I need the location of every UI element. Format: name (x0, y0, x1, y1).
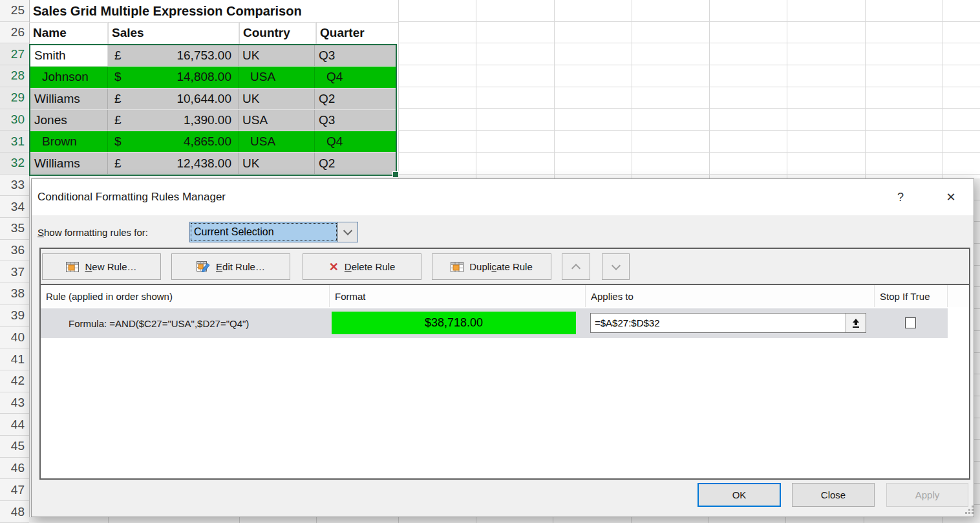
row-header-30[interactable]: 30 (0, 109, 29, 131)
sheet-row-30[interactable]: Jones£1,390.00USAQ3 (30, 110, 396, 131)
row-header-45[interactable]: 45 (0, 436, 29, 458)
row-header-27[interactable]: 27 (0, 43, 29, 65)
amount-value: 12,438.00 (176, 156, 231, 171)
row-header-48[interactable]: 48 (0, 501, 29, 523)
ok-button[interactable]: OK (698, 483, 781, 507)
cell-A28[interactable]: Johnson (30, 67, 108, 87)
row-header-36[interactable]: 36 (0, 240, 29, 262)
cell-C27[interactable]: UK (239, 45, 315, 66)
combobox-dropdown-button[interactable] (337, 222, 357, 242)
cell-B28[interactable]: $14,808.00 (108, 67, 239, 87)
cell-D28[interactable]: Q4 (315, 67, 396, 87)
cell-A31[interactable]: Brown (30, 131, 108, 152)
cell-B32[interactable]: £12,438.00 (108, 153, 239, 173)
cell-B31[interactable]: $4,865.00 (108, 131, 239, 152)
applies-to-field[interactable]: =$A$27:$D$32 (590, 313, 866, 333)
cell-A25-title[interactable]: Sales Grid Multiple Expression Compariso… (33, 1, 395, 21)
fill-handle[interactable] (392, 171, 399, 178)
red-x-icon: ✕ (329, 261, 339, 273)
table-pencil-icon (197, 261, 210, 272)
cell-B30[interactable]: £1,390.00 (108, 110, 239, 131)
cell-D31[interactable]: Q4 (315, 131, 396, 152)
cell-D27[interactable]: Q3 (315, 45, 396, 66)
cf-rules-manager-dialog: Conditional Formatting Rules Manager ? ✕… (31, 178, 974, 517)
row-header-29[interactable]: 29 (0, 87, 29, 109)
close-icon[interactable]: ✕ (937, 179, 965, 215)
row-header-25[interactable]: 25 (0, 0, 29, 22)
row-header-42[interactable]: 42 (0, 370, 29, 392)
row-header-41[interactable]: 41 (0, 348, 29, 370)
move-rule-down-button[interactable] (602, 253, 630, 280)
column-header-applies: Applies to (586, 285, 875, 307)
resize-grip[interactable] (965, 506, 974, 514)
chevron-down-icon (343, 226, 352, 235)
excel-screen: 2526272829303132333435363738394041424344… (0, 0, 980, 523)
cell-D32[interactable]: Q2 (315, 153, 396, 173)
row-header-26[interactable]: 26 (0, 22, 29, 44)
row-header-33[interactable]: 33 (0, 175, 29, 197)
show-rules-combobox[interactable]: Current Selection (189, 222, 358, 242)
edit-rule-button[interactable]: Edit Rule… (171, 253, 290, 280)
cell-C29[interactable]: UK (239, 89, 315, 109)
show-rules-label: Show formatting rules for: (37, 224, 148, 240)
combobox-value[interactable]: Current Selection (190, 222, 337, 242)
cell-B29[interactable]: £10,644.00 (108, 89, 239, 109)
show-rules-label-mnemonic: S (37, 227, 44, 238)
chevron-up-icon (571, 263, 581, 272)
row-header-32[interactable]: 32 (0, 153, 29, 175)
rule-format-preview: $38,718.00 (332, 312, 576, 334)
cell-D30[interactable]: Q3 (315, 110, 396, 131)
row-header-40[interactable]: 40 (0, 327, 29, 349)
cell-C30[interactable]: USA (239, 110, 315, 131)
close-button[interactable]: Close (792, 483, 875, 507)
row-header-47[interactable]: 47 (0, 479, 29, 501)
currency-symbol: £ (114, 48, 122, 63)
help-icon[interactable]: ? (886, 179, 915, 215)
cell-B26[interactable]: Sales (108, 22, 239, 44)
cell-C31[interactable]: USA (239, 131, 315, 152)
rules-group: New Rule… Edit Rule… ✕ Delete Rule (39, 248, 970, 480)
table-grid-icon (451, 262, 463, 272)
move-rule-up-button[interactable] (562, 253, 590, 280)
sheet-row-27[interactable]: Smith£16,753.00UKQ3 (30, 45, 396, 67)
cell-D29[interactable]: Q2 (315, 89, 396, 109)
row-header-38[interactable]: 38 (0, 283, 29, 305)
amount-value: 1,390.00 (184, 113, 231, 127)
row-header-39[interactable]: 39 (0, 305, 29, 327)
cell-C28[interactable]: USA (239, 67, 315, 87)
selected-range[interactable]: Smith£16,753.00UKQ3Johnson$14,808.00USAQ… (29, 44, 397, 176)
grid-area[interactable] (398, 0, 980, 178)
column-header-format: Format (330, 285, 586, 307)
sheet-row-29[interactable]: Williams£10,644.00UKQ2 (30, 89, 396, 110)
sheet-row-28[interactable]: Johnson$14,808.00USAQ4 (30, 67, 396, 88)
applies-to-input[interactable]: =$A$27:$D$32 (591, 314, 846, 332)
row-header-31[interactable]: 31 (0, 131, 29, 153)
row-header-44[interactable]: 44 (0, 414, 29, 436)
row-header-column[interactable]: 2526272829303132333435363738394041424344… (0, 0, 30, 523)
delete-rule-button[interactable]: ✕ Delete Rule (303, 253, 421, 280)
collapse-range-button[interactable] (846, 314, 866, 332)
header-row: Name Sales Country Quarter (29, 22, 398, 44)
cell-C26[interactable]: Country (239, 22, 316, 44)
duplicate-rule-button[interactable]: Duplicate Rule (432, 253, 551, 280)
sheet-row-31[interactable]: Brown$4,865.00USAQ4 (30, 131, 396, 153)
row-header-37[interactable]: 37 (0, 261, 29, 283)
cell-A26[interactable]: Name (29, 22, 108, 44)
cell-B27[interactable]: £16,753.00 (108, 45, 239, 66)
stop-if-true-checkbox[interactable] (905, 317, 916, 328)
cell-A29[interactable]: Williams (30, 89, 108, 109)
cell-A30[interactable]: Jones (30, 110, 108, 131)
new-rule-button[interactable]: New Rule… (42, 253, 161, 280)
cell-A27[interactable]: Smith (30, 45, 108, 66)
rule-row-selected[interactable]: Formula: =AND($C27="USA",$D27="Q4") $38,… (41, 308, 948, 338)
sheet-row-32[interactable]: Williams£12,438.00UKQ2 (30, 153, 396, 174)
cell-D26[interactable]: Quarter (316, 22, 398, 44)
row-header-28[interactable]: 28 (0, 65, 29, 87)
row-header-34[interactable]: 34 (0, 196, 29, 218)
row-header-35[interactable]: 35 (0, 218, 29, 240)
cell-C32[interactable]: UK (239, 153, 315, 173)
apply-button[interactable]: Apply (886, 483, 968, 507)
row-header-46[interactable]: 46 (0, 458, 29, 480)
row-header-43[interactable]: 43 (0, 392, 29, 414)
cell-A32[interactable]: Williams (30, 153, 108, 173)
